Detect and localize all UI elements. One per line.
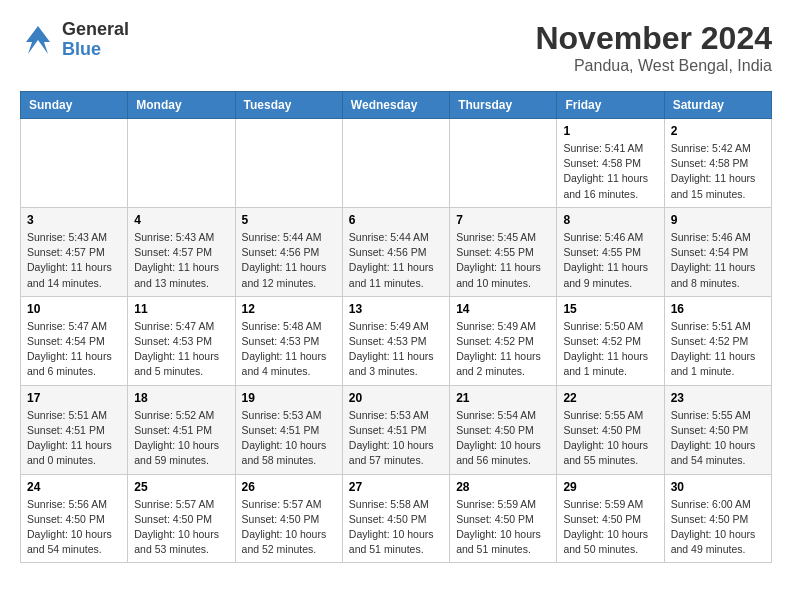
- logo-text: General Blue: [62, 20, 129, 60]
- calendar-cell: 19Sunrise: 5:53 AM Sunset: 4:51 PM Dayli…: [235, 385, 342, 474]
- calendar-cell: 9Sunrise: 5:46 AM Sunset: 4:54 PM Daylig…: [664, 207, 771, 296]
- day-detail: Sunrise: 5:49 AM Sunset: 4:53 PM Dayligh…: [349, 319, 443, 380]
- day-detail: Sunrise: 5:48 AM Sunset: 4:53 PM Dayligh…: [242, 319, 336, 380]
- calendar-cell: 25Sunrise: 5:57 AM Sunset: 4:50 PM Dayli…: [128, 474, 235, 563]
- calendar-week-row: 3Sunrise: 5:43 AM Sunset: 4:57 PM Daylig…: [21, 207, 772, 296]
- calendar-cell: 4Sunrise: 5:43 AM Sunset: 4:57 PM Daylig…: [128, 207, 235, 296]
- day-number: 15: [563, 302, 657, 316]
- calendar-cell: 14Sunrise: 5:49 AM Sunset: 4:52 PM Dayli…: [450, 296, 557, 385]
- day-number: 18: [134, 391, 228, 405]
- day-number: 19: [242, 391, 336, 405]
- calendar-cell: 18Sunrise: 5:52 AM Sunset: 4:51 PM Dayli…: [128, 385, 235, 474]
- calendar-cell: 3Sunrise: 5:43 AM Sunset: 4:57 PM Daylig…: [21, 207, 128, 296]
- month-title: November 2024: [535, 20, 772, 57]
- day-number: 26: [242, 480, 336, 494]
- day-number: 20: [349, 391, 443, 405]
- day-header: Friday: [557, 92, 664, 119]
- day-number: 2: [671, 124, 765, 138]
- day-number: 14: [456, 302, 550, 316]
- day-detail: Sunrise: 5:53 AM Sunset: 4:51 PM Dayligh…: [242, 408, 336, 469]
- day-number: 5: [242, 213, 336, 227]
- day-detail: Sunrise: 5:52 AM Sunset: 4:51 PM Dayligh…: [134, 408, 228, 469]
- day-detail: Sunrise: 5:41 AM Sunset: 4:58 PM Dayligh…: [563, 141, 657, 202]
- day-header: Tuesday: [235, 92, 342, 119]
- calendar-week-row: 1Sunrise: 5:41 AM Sunset: 4:58 PM Daylig…: [21, 119, 772, 208]
- calendar-cell: 2Sunrise: 5:42 AM Sunset: 4:58 PM Daylig…: [664, 119, 771, 208]
- day-number: 3: [27, 213, 121, 227]
- day-detail: Sunrise: 5:53 AM Sunset: 4:51 PM Dayligh…: [349, 408, 443, 469]
- calendar-week-row: 24Sunrise: 5:56 AM Sunset: 4:50 PM Dayli…: [21, 474, 772, 563]
- logo-line2: Blue: [62, 40, 129, 60]
- day-number: 7: [456, 213, 550, 227]
- day-number: 29: [563, 480, 657, 494]
- logo: General Blue: [20, 20, 129, 60]
- day-detail: Sunrise: 5:43 AM Sunset: 4:57 PM Dayligh…: [27, 230, 121, 291]
- calendar-cell: 28Sunrise: 5:59 AM Sunset: 4:50 PM Dayli…: [450, 474, 557, 563]
- page-header: General Blue November 2024 Pandua, West …: [20, 20, 772, 75]
- day-number: 1: [563, 124, 657, 138]
- day-number: 17: [27, 391, 121, 405]
- day-detail: Sunrise: 5:54 AM Sunset: 4:50 PM Dayligh…: [456, 408, 550, 469]
- title-block: November 2024 Pandua, West Bengal, India: [535, 20, 772, 75]
- day-header: Thursday: [450, 92, 557, 119]
- day-number: 24: [27, 480, 121, 494]
- day-number: 25: [134, 480, 228, 494]
- day-header: Saturday: [664, 92, 771, 119]
- day-detail: Sunrise: 5:51 AM Sunset: 4:52 PM Dayligh…: [671, 319, 765, 380]
- day-number: 9: [671, 213, 765, 227]
- day-number: 6: [349, 213, 443, 227]
- calendar-cell: 27Sunrise: 5:58 AM Sunset: 4:50 PM Dayli…: [342, 474, 449, 563]
- calendar-week-row: 17Sunrise: 5:51 AM Sunset: 4:51 PM Dayli…: [21, 385, 772, 474]
- calendar-cell: 7Sunrise: 5:45 AM Sunset: 4:55 PM Daylig…: [450, 207, 557, 296]
- day-number: 16: [671, 302, 765, 316]
- calendar-cell: 26Sunrise: 5:57 AM Sunset: 4:50 PM Dayli…: [235, 474, 342, 563]
- calendar-cell: [450, 119, 557, 208]
- calendar-cell: [128, 119, 235, 208]
- calendar-cell: 15Sunrise: 5:50 AM Sunset: 4:52 PM Dayli…: [557, 296, 664, 385]
- day-number: 10: [27, 302, 121, 316]
- calendar-cell: 1Sunrise: 5:41 AM Sunset: 4:58 PM Daylig…: [557, 119, 664, 208]
- calendar-cell: 11Sunrise: 5:47 AM Sunset: 4:53 PM Dayli…: [128, 296, 235, 385]
- day-number: 12: [242, 302, 336, 316]
- day-number: 28: [456, 480, 550, 494]
- day-detail: Sunrise: 5:55 AM Sunset: 4:50 PM Dayligh…: [671, 408, 765, 469]
- calendar-cell: 17Sunrise: 5:51 AM Sunset: 4:51 PM Dayli…: [21, 385, 128, 474]
- calendar-header-row: SundayMondayTuesdayWednesdayThursdayFrid…: [21, 92, 772, 119]
- day-detail: Sunrise: 5:47 AM Sunset: 4:53 PM Dayligh…: [134, 319, 228, 380]
- day-header: Monday: [128, 92, 235, 119]
- calendar-cell: 21Sunrise: 5:54 AM Sunset: 4:50 PM Dayli…: [450, 385, 557, 474]
- calendar-cell: 10Sunrise: 5:47 AM Sunset: 4:54 PM Dayli…: [21, 296, 128, 385]
- day-detail: Sunrise: 5:47 AM Sunset: 4:54 PM Dayligh…: [27, 319, 121, 380]
- location: Pandua, West Bengal, India: [535, 57, 772, 75]
- day-detail: Sunrise: 5:46 AM Sunset: 4:55 PM Dayligh…: [563, 230, 657, 291]
- day-number: 21: [456, 391, 550, 405]
- logo-line1: General: [62, 20, 129, 40]
- day-detail: Sunrise: 5:49 AM Sunset: 4:52 PM Dayligh…: [456, 319, 550, 380]
- calendar-cell: [342, 119, 449, 208]
- day-detail: Sunrise: 6:00 AM Sunset: 4:50 PM Dayligh…: [671, 497, 765, 558]
- calendar-cell: 20Sunrise: 5:53 AM Sunset: 4:51 PM Dayli…: [342, 385, 449, 474]
- day-number: 8: [563, 213, 657, 227]
- calendar-cell: 13Sunrise: 5:49 AM Sunset: 4:53 PM Dayli…: [342, 296, 449, 385]
- day-detail: Sunrise: 5:42 AM Sunset: 4:58 PM Dayligh…: [671, 141, 765, 202]
- day-number: 27: [349, 480, 443, 494]
- calendar-table: SundayMondayTuesdayWednesdayThursdayFrid…: [20, 91, 772, 563]
- calendar-week-row: 10Sunrise: 5:47 AM Sunset: 4:54 PM Dayli…: [21, 296, 772, 385]
- calendar-cell: 5Sunrise: 5:44 AM Sunset: 4:56 PM Daylig…: [235, 207, 342, 296]
- calendar-cell: 24Sunrise: 5:56 AM Sunset: 4:50 PM Dayli…: [21, 474, 128, 563]
- day-detail: Sunrise: 5:43 AM Sunset: 4:57 PM Dayligh…: [134, 230, 228, 291]
- day-detail: Sunrise: 5:59 AM Sunset: 4:50 PM Dayligh…: [563, 497, 657, 558]
- day-detail: Sunrise: 5:55 AM Sunset: 4:50 PM Dayligh…: [563, 408, 657, 469]
- day-detail: Sunrise: 5:56 AM Sunset: 4:50 PM Dayligh…: [27, 497, 121, 558]
- day-detail: Sunrise: 5:50 AM Sunset: 4:52 PM Dayligh…: [563, 319, 657, 380]
- day-detail: Sunrise: 5:46 AM Sunset: 4:54 PM Dayligh…: [671, 230, 765, 291]
- day-detail: Sunrise: 5:51 AM Sunset: 4:51 PM Dayligh…: [27, 408, 121, 469]
- calendar-cell: 23Sunrise: 5:55 AM Sunset: 4:50 PM Dayli…: [664, 385, 771, 474]
- calendar-cell: 16Sunrise: 5:51 AM Sunset: 4:52 PM Dayli…: [664, 296, 771, 385]
- calendar-cell: 30Sunrise: 6:00 AM Sunset: 4:50 PM Dayli…: [664, 474, 771, 563]
- day-detail: Sunrise: 5:44 AM Sunset: 4:56 PM Dayligh…: [349, 230, 443, 291]
- day-detail: Sunrise: 5:57 AM Sunset: 4:50 PM Dayligh…: [242, 497, 336, 558]
- calendar-cell: 22Sunrise: 5:55 AM Sunset: 4:50 PM Dayli…: [557, 385, 664, 474]
- day-detail: Sunrise: 5:44 AM Sunset: 4:56 PM Dayligh…: [242, 230, 336, 291]
- day-detail: Sunrise: 5:57 AM Sunset: 4:50 PM Dayligh…: [134, 497, 228, 558]
